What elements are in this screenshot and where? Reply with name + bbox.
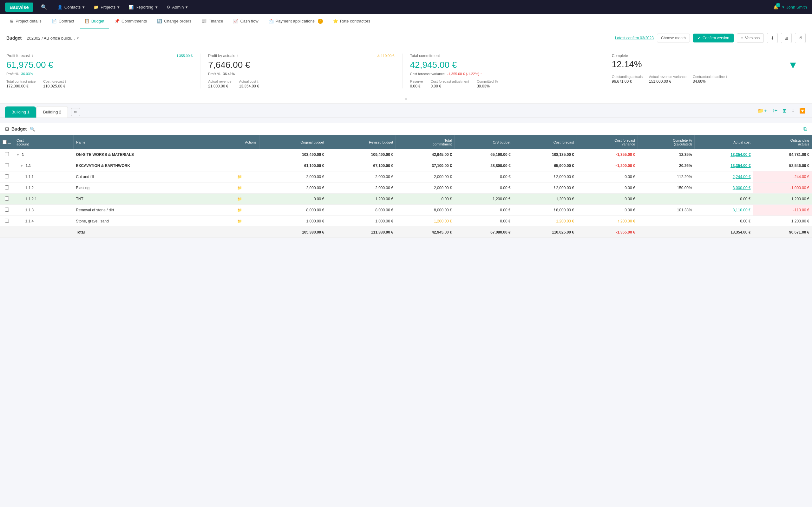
folder-action-icon[interactable]: 📁	[237, 219, 242, 223]
table-search-button[interactable]: 🔍	[30, 127, 35, 131]
profit-forecast-info-icon[interactable]: ℹ	[32, 54, 33, 58]
latest-confirm-link[interactable]: Latest confirm 03/2023	[615, 36, 654, 40]
outstanding-actuals-cell: 1,200.00 €	[753, 193, 812, 205]
os-budget-cell: 0.00 €	[455, 171, 513, 182]
notifications-bell[interactable]: 🔔 1	[773, 5, 778, 9]
folder-action-icon[interactable]: 📁	[237, 197, 242, 201]
versions-button[interactable]: ≡ Versions	[737, 33, 764, 43]
table-copy-button[interactable]: ⧉	[803, 126, 807, 132]
cost-forecast-info-icon[interactable]: ℹ	[65, 80, 66, 83]
revised-budget-cell: 2,000.00 €	[327, 171, 396, 182]
chevron-down-icon[interactable]: ▾	[77, 36, 79, 41]
subnav-budget[interactable]: 📋 Budget	[80, 14, 109, 29]
row-checkbox[interactable]	[5, 219, 9, 223]
row-checkbox[interactable]	[5, 152, 9, 156]
total-commitment-title: Total commitment	[410, 54, 440, 58]
folder-action-icon[interactable]: 📁	[237, 175, 242, 179]
actual-cost-cell[interactable]: 13,354.00 €	[695, 149, 753, 160]
row-checkbox[interactable]	[5, 208, 9, 212]
os-budget-header: O/S budget	[455, 135, 513, 149]
versions-icon: ≡	[741, 36, 743, 40]
outstanding-actuals-cell: 52,546.00 €	[753, 160, 812, 171]
sort-button[interactable]: ↕	[791, 107, 796, 115]
profit-actuals-badge: ⚠ 110.00 €	[377, 54, 395, 58]
original-budget-cell: 1,000.00 €	[259, 216, 327, 227]
row-checkbox-cell	[0, 205, 14, 216]
actions-cell: 📁	[220, 205, 259, 216]
finance-icon: 📰	[201, 19, 206, 23]
deadline-info-icon[interactable]: ℹ	[726, 75, 727, 78]
cost-account-cell: ▼ 1	[14, 149, 73, 160]
subnav-finance[interactable]: 📰 Finance	[197, 14, 227, 29]
contractual-deadline-value: 34.60%	[693, 79, 727, 83]
row-checkbox[interactable]	[5, 163, 9, 167]
subnav-contract[interactable]: 📄 Contract	[47, 14, 79, 29]
row-checkbox[interactable]	[5, 174, 9, 178]
subnav-change-orders[interactable]: 🔄 Change orders	[153, 14, 196, 29]
tab-building-1[interactable]: Building 1	[5, 107, 36, 118]
total-contract-label: Total contract price	[6, 79, 36, 83]
revised-budget-cell: 2,000.00 €	[327, 182, 396, 193]
building-tabs: Building 1 Building 2 ✏ 📁+ ↕+ ⊞ ↕ 🔽	[0, 104, 812, 118]
nav-projects[interactable]: 📁 Projects ▾	[90, 3, 123, 11]
collapse-button[interactable]: ▾	[0, 95, 812, 104]
expand-icon[interactable]: ▼	[20, 164, 23, 168]
row-checkbox[interactable]	[5, 185, 9, 189]
tab-building-2[interactable]: Building 2	[37, 106, 68, 118]
actual-cost-cell[interactable]: 8,110.00 €	[695, 205, 753, 216]
choose-month-button[interactable]: Choose month	[657, 34, 690, 43]
filter-button[interactable]: 🔽	[798, 107, 807, 115]
subnav-payment-applications[interactable]: 📩 Payment applications 3	[264, 14, 328, 29]
profit-actuals-info-icon[interactable]: ℹ	[237, 54, 239, 58]
table-row: 1.1.2 Blasting 📁 2,000.00 € 2,000.00 € 2…	[0, 182, 812, 193]
tab-edit-button[interactable]: ✏	[71, 108, 80, 116]
history-button[interactable]: ↺	[795, 33, 806, 43]
actions-cell: 📁	[220, 216, 259, 227]
total-commitment-cell: 8,000.00 €	[396, 205, 455, 216]
folder-add-button[interactable]: 📁+	[756, 107, 768, 115]
search-icon[interactable]: 🔍	[41, 4, 47, 10]
columns-button[interactable]: ⊞	[781, 107, 788, 115]
outstanding-actuals-cell: -1,000.00 €	[753, 182, 812, 193]
table-action-buttons: 📁+ ↕+ ⊞ ↕ 🔽	[756, 107, 807, 118]
profit-actuals-value: 7,646.00 €	[208, 60, 394, 70]
nav-admin[interactable]: ⚙ Admin ▾	[163, 3, 192, 11]
select-all-checkbox[interactable]	[3, 140, 7, 144]
actual-cost-header: Actual cost	[695, 135, 753, 149]
brand-logo[interactable]: Bauwise	[5, 3, 33, 12]
committed-pct-value: 39.03%	[477, 84, 498, 89]
os-budget-cell: 0.00 €	[455, 205, 513, 216]
cost-adjustment-value: 0.00 €	[430, 84, 469, 89]
name-header: Name	[73, 135, 220, 149]
actual-cost-cell[interactable]: 3,000.00 €	[695, 182, 753, 193]
subnav-cash-flow[interactable]: 📈 Cash flow	[229, 14, 263, 29]
subnav-rate-contractors[interactable]: ⭐ Rate contractors	[328, 14, 374, 29]
profit-actuals-title: Profit by actuals	[208, 54, 235, 58]
user-menu[interactable]: ▾ John Smith	[782, 5, 807, 9]
folder-action-icon[interactable]: 📁	[237, 186, 242, 190]
os-budget-cell: 0.00 €	[455, 182, 513, 193]
subnav-commitments[interactable]: 📌 Commitments	[110, 14, 151, 29]
actual-cost-cell[interactable]: 2,244.00 €	[695, 171, 753, 182]
profit-forecast-card: Profit forecast ℹ ℹ 355.00 € 61,975.00 €…	[6, 54, 200, 89]
actual-cost-cell[interactable]: 13,354.00 €	[695, 160, 753, 171]
nav-reporting[interactable]: 📊 Reporting ▾	[125, 3, 161, 11]
subnav-project-details[interactable]: 🖥 Project details	[5, 14, 46, 29]
complete-pct-cell: 150.00%	[638, 182, 695, 193]
confirm-version-button[interactable]: ✓ Confirm version	[693, 34, 734, 43]
download-button[interactable]: ⬇	[767, 33, 778, 43]
complete-pct-cell: 20.26%	[638, 160, 695, 171]
expand-icon[interactable]: ▼	[16, 153, 20, 157]
folder-action-icon[interactable]: 📁	[237, 208, 242, 212]
name-cell: TNT	[73, 193, 220, 205]
row-add-button[interactable]: ↕+	[771, 107, 779, 115]
total-actual-cost: 13,354.00 €	[695, 227, 753, 238]
actual-cost-info-icon[interactable]: ℹ	[257, 80, 258, 83]
checkmark-icon: ✓	[698, 36, 701, 40]
complete-arrow-icon: ▼	[788, 59, 798, 71]
actual-cost-cell: 0.00 €	[695, 193, 753, 205]
grid-view-button[interactable]: ⊞	[781, 33, 792, 43]
row-checkbox[interactable]	[5, 196, 9, 201]
top-navigation: Bauwise 🔍 👤 Contacts ▾ 📁 Projects ▾ 📊 Re…	[0, 0, 812, 14]
nav-contacts[interactable]: 👤 Contacts ▾	[54, 3, 89, 11]
